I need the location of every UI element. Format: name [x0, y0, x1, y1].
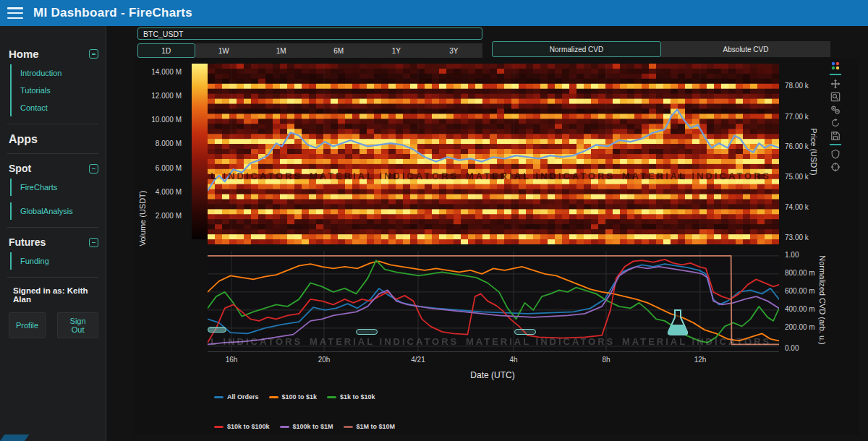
alert-capsule — [356, 329, 378, 335]
colorbar-tick: 12.000 M — [135, 92, 182, 100]
reset-axes-icon[interactable] — [830, 117, 841, 128]
x-tick: 20h — [317, 356, 331, 364]
legend-swatch — [280, 426, 289, 428]
sidebar: Home Introduction Tutorials Contact Apps… — [0, 26, 106, 441]
range-1y-button[interactable]: 1Y — [367, 43, 425, 58]
cvd-mode-selector: Normalized CVD Absolute CVD — [492, 41, 830, 57]
sidebar-group-futures: Futures — [9, 236, 46, 248]
modebar-separator — [830, 74, 841, 75]
cvd-tick: 600.00 m — [785, 287, 815, 295]
zoom-in-out-icon[interactable] — [830, 104, 841, 115]
divider — [7, 153, 98, 154]
divider — [7, 277, 98, 278]
collapse-icon[interactable] — [89, 238, 98, 247]
sidebar-item-globalanalysis[interactable]: GlobalAnalysis — [10, 202, 98, 220]
range-1d-button[interactable]: 1D — [137, 43, 195, 58]
page-title: MI Dashboard - FireCharts — [33, 6, 192, 20]
volume-axis-title: Volume (USDT) — [138, 175, 147, 262]
sidebar-item-firecharts[interactable]: FireCharts — [10, 179, 98, 196]
bottom-accent — [0, 434, 29, 441]
price-tick: 77.00 k — [785, 113, 809, 121]
menu-icon[interactable] — [7, 7, 23, 19]
pan-icon[interactable] — [830, 78, 841, 89]
legend-item-1M-10M[interactable]: $1M to $10M — [344, 423, 396, 430]
app-header: MI Dashboard - FireCharts — [0, 0, 868, 26]
price-tick: 78.00 k — [785, 82, 809, 90]
range-3y-button[interactable]: 3Y — [425, 43, 483, 58]
x-tick: 4/21 — [409, 356, 427, 364]
alert-capsule — [514, 329, 536, 335]
legend-item-100-1k[interactable]: $100 to $1k — [269, 393, 318, 401]
spikelines-icon[interactable] — [830, 161, 841, 172]
colorbar-tick: 6.000 M — [135, 164, 182, 172]
cvd-tick: 1.00 — [785, 251, 799, 259]
colorbar-tick: 8.000 M — [135, 140, 182, 147]
sidebar-item-introduction[interactable]: Introduction — [10, 64, 98, 82]
sidebar-item-contact[interactable]: Contact — [10, 99, 98, 116]
symbol-input[interactable] — [137, 27, 482, 40]
range-1m-button[interactable]: 1M — [252, 43, 310, 58]
plot-modebar — [827, 60, 843, 172]
legend-item-all-orders[interactable]: All Orders — [214, 393, 259, 401]
signed-in-text: Signed in as: Keith Alan — [13, 286, 98, 304]
price-tick: 73.00 k — [785, 234, 809, 241]
collapse-icon[interactable] — [89, 49, 98, 59]
hover-closest-icon[interactable] — [830, 148, 841, 159]
profile-button[interactable]: Profile — [9, 312, 46, 338]
price-tick: 74.00 k — [785, 203, 809, 211]
cvd-tick: 0.00 — [785, 344, 799, 352]
legend-item-100k-1M[interactable]: $100k to $1M — [280, 423, 333, 430]
sidebar-item-funding[interactable]: Funding — [10, 252, 98, 270]
save-icon[interactable] — [830, 130, 841, 141]
price-tick: 75.00 k — [785, 173, 809, 181]
signout-button[interactable]: Sign Out — [57, 312, 98, 338]
range-selector: 1D 1W 1M 6M 1Y 3Y — [137, 43, 482, 58]
range-1w-button[interactable]: 1W — [195, 43, 253, 58]
x-tick: 4h — [506, 356, 521, 364]
colorbar-tick: 14.000 M — [135, 68, 182, 76]
legend-swatch — [344, 426, 353, 428]
price-tick: 76.00 k — [785, 142, 809, 150]
absolute-cvd-button[interactable]: Absolute CVD — [661, 41, 830, 57]
cvd-tick: 200.00 m — [785, 323, 815, 331]
colorbar-tick: 10.000 M — [135, 116, 182, 124]
cvd-tick: 800.00 m — [785, 269, 815, 277]
legend-swatch — [327, 396, 336, 398]
x-tick: 12h — [692, 356, 709, 364]
legend-item-1k-10k[interactable]: $1k to $10k — [327, 393, 375, 401]
legend-row: $10k to $100k $100k to $1M $1M to $10M — [214, 423, 395, 430]
x-axis-title: Date (UTC) — [464, 370, 522, 380]
legend-item-10k-100k[interactable]: $10k to $100k — [214, 423, 270, 430]
x-tick: 8h — [599, 356, 613, 364]
volume-colorbar — [192, 64, 209, 239]
main-content: 1D 1W 1M 6M 1Y 3Y Normalized CVD Absolut… — [106, 26, 868, 441]
price-axis-title: Price (USDT) — [809, 108, 818, 195]
normalized-cvd-button[interactable]: Normalized CVD — [492, 41, 661, 57]
alert-capsule — [208, 327, 226, 333]
normalized-cvd-chart[interactable]: MATERIAL INDICATORS MATERIAL INDICATORS … — [208, 251, 779, 352]
collapse-icon[interactable] — [89, 164, 98, 174]
legend-swatch — [214, 396, 224, 398]
divider — [7, 124, 98, 124]
flask-icon — [665, 307, 690, 338]
sidebar-item-tutorials[interactable]: Tutorials — [10, 82, 98, 99]
legend-row: All Orders $100 to $1k $1k to $10k — [214, 393, 375, 401]
cvd-axis-title: Normalized CVD (arb. u.) — [818, 244, 827, 356]
x-tick: 16h — [224, 356, 239, 364]
modebar-separator — [830, 144, 841, 145]
sidebar-group-apps: Apps — [9, 133, 38, 146]
plotly-logo-icon[interactable] — [830, 60, 841, 71]
cvd-tick: 400.00 m — [785, 305, 815, 313]
sidebar-group-home: Home — [9, 48, 39, 60]
firecharts-heatmap[interactable]: MATERIAL INDICATORS MATERIAL INDICATORS … — [208, 64, 779, 244]
divider — [7, 227, 98, 228]
legend-swatch — [214, 426, 224, 428]
sidebar-group-spot: Spot — [9, 163, 31, 174]
box-zoom-icon[interactable] — [830, 91, 841, 102]
legend-swatch — [269, 396, 278, 398]
range-6m-button[interactable]: 6M — [310, 43, 368, 58]
